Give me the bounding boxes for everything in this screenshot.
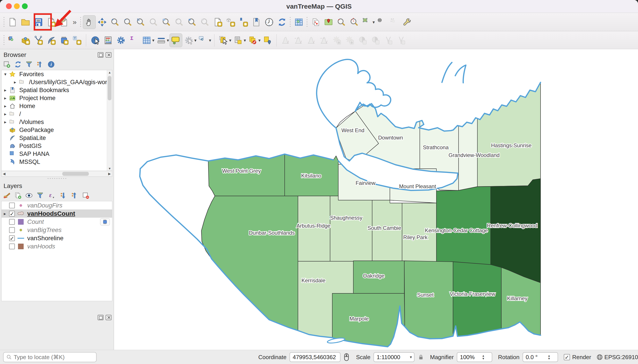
web-globe-button[interactable] — [375, 15, 388, 29]
layer-checkbox[interactable] — [9, 202, 15, 208]
select-region-button[interactable] — [361, 15, 373, 29]
zoom-next-button[interactable] — [199, 15, 211, 29]
collapse-all-icon[interactable] — [71, 192, 79, 199]
layers-float-icon[interactable] — [98, 315, 104, 320]
refresh-map-button[interactable] — [276, 15, 288, 29]
magnifier-input[interactable] — [459, 354, 480, 361]
add-layer-icon[interactable] — [3, 61, 11, 68]
zoom-native-button[interactable]: 1:1 — [173, 15, 186, 29]
rotation-input[interactable] — [525, 354, 546, 361]
statistical-summary-button[interactable] — [102, 34, 115, 47]
layer-checkbox[interactable] — [9, 219, 15, 225]
magnifier-spinbox[interactable]: ▲▼ — [457, 352, 492, 362]
layer-checkbox[interactable] — [9, 244, 15, 249]
crs-globe-icon[interactable] — [596, 354, 603, 360]
new-map-view-button[interactable] — [211, 15, 224, 29]
zoom-points-button[interactable] — [348, 15, 361, 29]
zoom-out-button[interactable] — [121, 15, 134, 29]
browser-float-icon[interactable] — [98, 52, 104, 58]
chevron-down-icon[interactable]: ▾ — [2, 72, 9, 77]
select-features-button[interactable] — [217, 34, 230, 47]
map-tips-button[interactable] — [197, 34, 210, 47]
chevron-down-icon[interactable]: ▾ — [410, 355, 412, 360]
browser-item-sap-hana[interactable]: SAP HANA — [2, 150, 112, 158]
label-toolbar-button[interactable] — [170, 34, 182, 47]
new-spatial-bookmark-button[interactable] — [237, 15, 250, 29]
collapse-tree-icon[interactable] — [36, 61, 44, 68]
run-feature-action-button[interactable] — [182, 34, 195, 47]
chevron-right-icon[interactable]: ▸ — [2, 88, 9, 93]
browser-item-mssql[interactable]: MSSQL — [2, 158, 112, 166]
zoom-full-button[interactable] — [134, 15, 147, 29]
browser-item-qgis-work-folder[interactable]: ▸/Users/lily/GIS_GAA/qgis-work — [2, 78, 112, 86]
layer-checkbox[interactable]: ✓ — [9, 211, 15, 216]
filter-browser-icon[interactable] — [25, 61, 33, 68]
browser-item-project-home[interactable]: ▸Project Home — [2, 94, 112, 102]
remove-layer-icon[interactable] — [82, 192, 90, 199]
layer-checkbox[interactable] — [9, 227, 15, 233]
zoom-to-layer-button[interactable] — [160, 15, 173, 29]
new-virtual-layer-button[interactable] — [71, 34, 83, 47]
browser-horizontal-scrollbar[interactable]: ◀▶ — [1, 171, 112, 177]
show-spatial-bookmarks-button[interactable] — [250, 15, 263, 29]
zoom-last-button[interactable] — [186, 15, 199, 29]
processing-toolbox-button[interactable] — [115, 34, 127, 47]
coordinate-field[interactable] — [290, 352, 340, 362]
memory-layer-indicator-icon[interactable] — [100, 218, 110, 226]
toolbar-grip[interactable] — [80, 16, 82, 28]
toolbar-grip[interactable] — [3, 16, 5, 28]
contrast-down-button[interactable] — [369, 34, 382, 47]
brightness-down-button[interactable] — [344, 34, 356, 47]
layer-row-vanhoodscount[interactable]: ▸✓ vanHoodsCount — [2, 210, 112, 218]
browser-item-postgis[interactable]: PostGIS — [2, 142, 112, 150]
gamma-up-button[interactable] — [382, 34, 395, 47]
temporal-controller-button[interactable] — [263, 15, 276, 29]
extent-tracking-icon[interactable] — [343, 353, 350, 362]
toolbar-overflow-button[interactable]: » — [71, 18, 79, 26]
style-manager-brush-icon[interactable] — [3, 192, 11, 199]
add-table-button[interactable] — [292, 15, 305, 29]
browser-item-geopackage[interactable]: GeoPackage — [2, 126, 112, 134]
scale-combo[interactable]: ▾ — [373, 352, 414, 362]
new-3d-map-view-button[interactable] — [224, 15, 237, 29]
chevron-right-icon[interactable]: ▸ — [11, 80, 19, 85]
browser-vertical-scrollbar[interactable]: ▲▼ — [107, 70, 112, 171]
chevron-right-icon[interactable]: ▸ — [2, 119, 9, 125]
browser-item-spatialite[interactable]: SpatiaLite — [2, 134, 112, 142]
render-checkbox[interactable]: ✓ — [564, 354, 570, 360]
full-cumulative-stretch-button[interactable] — [318, 34, 331, 47]
chevron-right-icon[interactable]: ▸ — [2, 211, 8, 216]
crs-status[interactable]: EPSG:26910 — [604, 354, 638, 361]
layer-row-vanshoreline[interactable]: ✓ vanShoreline — [2, 234, 112, 242]
rotation-spinbox[interactable]: ▲▼ — [523, 352, 558, 362]
layers-close-icon[interactable] — [106, 315, 112, 320]
local-cumulative-stretch-button[interactable] — [305, 34, 318, 47]
pin-labels-button[interactable] — [322, 15, 335, 29]
new-memory-layer-button[interactable] — [58, 34, 71, 47]
show-layout-manager-button[interactable] — [58, 15, 71, 29]
spinner-arrows-icon[interactable]: ▲▼ — [548, 354, 550, 360]
new-shapefile-layer-button[interactable] — [32, 34, 45, 47]
full-histogram-stretch-button[interactable] — [292, 34, 305, 47]
browser-item-home[interactable]: ▸Home — [2, 102, 112, 110]
zoom-to-selection-button[interactable] — [147, 15, 160, 29]
select-by-form-button[interactable] — [232, 34, 245, 47]
manage-map-themes-eye-icon[interactable] — [25, 192, 33, 199]
lock-scale-icon[interactable] — [418, 354, 424, 360]
data-source-manager-button[interactable] — [6, 34, 19, 47]
spinner-arrows-icon[interactable]: ▲▼ — [482, 354, 485, 360]
new-geopackage-layer-button[interactable] — [19, 34, 32, 47]
panel-splitter[interactable] — [47, 177, 67, 180]
layer-checkbox[interactable]: ✓ — [9, 235, 15, 241]
plugin-wrench-button[interactable] — [401, 15, 414, 29]
browser-item-favorites[interactable]: ▾Favorites — [2, 70, 112, 78]
zoom-highlight-button[interactable] — [335, 15, 348, 29]
identify-features-button[interactable] — [89, 34, 102, 47]
add-group-icon[interactable] — [14, 192, 22, 199]
browser-item-spatial-bookmarks[interactable]: ▸Spatial Bookmarks — [2, 86, 112, 94]
gamma-down-button[interactable] — [395, 34, 408, 47]
new-spatialite-layer-button[interactable] — [45, 34, 58, 47]
open-project-button[interactable] — [19, 15, 32, 29]
browser-item-root[interactable]: ▸/ — [2, 110, 112, 118]
layer-row-count[interactable]: Count — [2, 218, 112, 226]
